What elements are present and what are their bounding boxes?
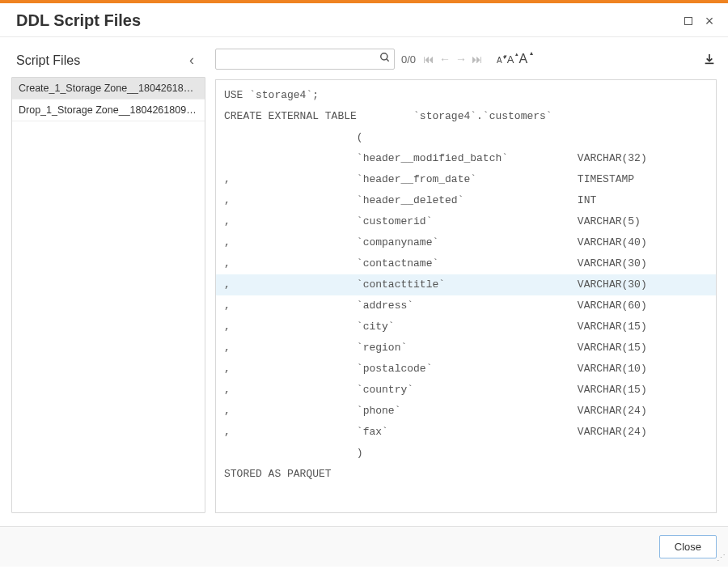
last-match-icon[interactable]: ⏭	[471, 53, 484, 66]
font-decrease-icon[interactable]: A▾	[497, 56, 502, 65]
svg-line-1	[387, 59, 389, 62]
search-input[interactable]	[215, 49, 395, 70]
resize-grip-icon[interactable]: ⋰	[717, 555, 726, 565]
collapse-icon[interactable]: ‹	[186, 52, 197, 69]
code-line: , `header__from_date` TIMESTAMP	[216, 169, 717, 190]
download-icon[interactable]	[702, 52, 717, 66]
window-title: DDL Script Files	[16, 11, 681, 30]
code-line: STORED AS PARQUET	[216, 464, 717, 485]
sidebar-title: Script Files	[16, 53, 80, 68]
search-icon[interactable]	[379, 52, 391, 66]
file-item[interactable]: Create_1_Storage Zone__18042618093...	[12, 78, 205, 100]
code-line: )	[216, 443, 717, 464]
close-icon[interactable]: ×	[702, 14, 717, 28]
code-line: , `header__deleted` INT	[216, 190, 717, 211]
code-line: , `postalcode` VARCHAR(10)	[216, 359, 717, 380]
file-item[interactable]: Drop_1_Storage Zone__180426180906...	[12, 100, 205, 121]
code-line: , `companyname` VARCHAR(40)	[216, 232, 717, 253]
footer: Close ⋰	[0, 526, 728, 567]
sidebar: Script Files ‹ Create_1_Storage Zone__18…	[0, 37, 205, 526]
code-viewer[interactable]: USE `storage4`;CREATE EXTERNAL TABLE `st…	[215, 79, 717, 513]
first-match-icon[interactable]: ⏮	[422, 53, 435, 66]
toolbar: 0/0 ⏮ ← → ⏭ A▾ A▴ A▴	[215, 47, 717, 71]
code-line: , `city` VARCHAR(15)	[216, 316, 717, 338]
code-line: , `region` VARCHAR(15)	[216, 338, 717, 359]
file-list: Create_1_Storage Zone__18042618093...Dro…	[11, 77, 205, 513]
main-area: Script Files ‹ Create_1_Storage Zone__18…	[0, 37, 728, 526]
code-line: , `customerid` VARCHAR(5)	[216, 211, 717, 232]
code-line: (	[216, 127, 717, 148]
code-line: USE `storage4`;	[216, 85, 717, 106]
sidebar-header: Script Files ‹	[11, 47, 205, 77]
prev-match-icon[interactable]: ←	[438, 53, 451, 66]
close-button[interactable]: Close	[659, 535, 717, 558]
next-match-icon[interactable]: →	[455, 53, 468, 66]
code-line: , `phone` VARCHAR(24)	[216, 401, 717, 422]
code-line: , `country` VARCHAR(15)	[216, 380, 717, 401]
font-increase-icon[interactable]: A▴	[518, 52, 527, 66]
code-line: , `contactname` VARCHAR(30)	[216, 253, 717, 274]
code-line: `header__modified_batch` VARCHAR(32)	[216, 148, 717, 169]
code-line: CREATE EXTERNAL TABLE `storage4`.`custom…	[216, 106, 717, 127]
code-line: , `address` VARCHAR(60)	[216, 295, 717, 316]
svg-point-0	[381, 53, 387, 60]
search-nav: ⏮ ← → ⏭	[422, 53, 484, 66]
search-wrap	[215, 49, 395, 70]
title-bar: DDL Script Files ×	[0, 3, 728, 37]
font-size-controls: A▾ A▴ A▴	[497, 52, 527, 66]
font-reset-icon[interactable]: A▴	[507, 53, 514, 66]
maximize-icon[interactable]	[681, 14, 696, 28]
code-line: , `fax` VARCHAR(24)	[216, 422, 717, 443]
content-pane: 0/0 ⏮ ← → ⏭ A▾ A▴ A▴ USE `storage4`;CREA…	[205, 37, 728, 526]
search-counter: 0/0	[401, 53, 416, 66]
window-controls: ×	[681, 14, 717, 28]
code-line: , `contacttitle` VARCHAR(30)	[216, 274, 717, 295]
